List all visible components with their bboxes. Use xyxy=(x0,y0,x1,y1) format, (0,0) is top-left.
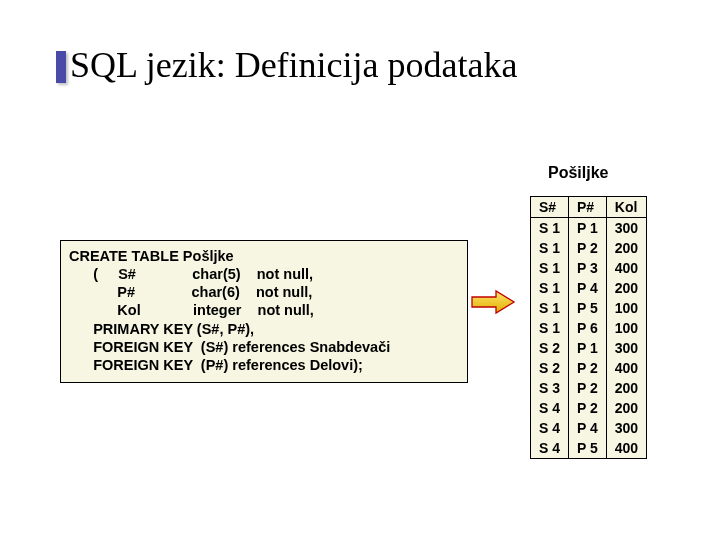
table-cell: S 1 xyxy=(531,218,569,239)
table-cell: 400 xyxy=(606,258,646,278)
slide-title-block: SQL jezik: Definicija podataka xyxy=(70,44,518,86)
table-row: S 4P 5400 xyxy=(531,438,647,459)
sql-code-box: CREATE TABLE Pošljke ( S# char(5) not nu… xyxy=(60,240,468,383)
table-cell: S 4 xyxy=(531,398,569,418)
table-cell: P 4 xyxy=(569,418,607,438)
table-cell: P 1 xyxy=(569,338,607,358)
code-line: FOREIGN KEY (S#) references Snabdevači xyxy=(93,339,390,355)
table-cell: S 1 xyxy=(531,298,569,318)
table-cell: P 3 xyxy=(569,258,607,278)
col-header: S# xyxy=(531,197,569,218)
table-row: S 3P 2200 xyxy=(531,378,647,398)
table-cell: P 2 xyxy=(569,238,607,258)
svg-marker-0 xyxy=(472,291,514,313)
table-cell: 300 xyxy=(606,418,646,438)
table-cell: S 1 xyxy=(531,278,569,298)
col-header: P# xyxy=(569,197,607,218)
table-cell: S 4 xyxy=(531,418,569,438)
table-row: S 1P 5100 xyxy=(531,298,647,318)
arrow-right-icon xyxy=(470,288,516,316)
table-cell: 200 xyxy=(606,238,646,258)
table-row: S 2P 1300 xyxy=(531,338,647,358)
table-cell: 100 xyxy=(606,298,646,318)
table-cell: P 2 xyxy=(569,358,607,378)
table-cell: S 3 xyxy=(531,378,569,398)
table-cell: P 2 xyxy=(569,398,607,418)
code-line: Kol integer not null, xyxy=(117,302,314,318)
table-cell: S 2 xyxy=(531,338,569,358)
table-row: S 4P 4300 xyxy=(531,418,647,438)
table-cell: 200 xyxy=(606,398,646,418)
title-accent-bar xyxy=(56,51,66,83)
table-cell: P 5 xyxy=(569,298,607,318)
table-cell: 200 xyxy=(606,278,646,298)
table-cell: 400 xyxy=(606,438,646,459)
table-cell: 300 xyxy=(606,338,646,358)
code-line: CREATE TABLE Pošljke xyxy=(69,248,234,264)
table-cell: P 4 xyxy=(569,278,607,298)
table-cell: 300 xyxy=(606,218,646,239)
table-cell: 200 xyxy=(606,378,646,398)
table-cell: 100 xyxy=(606,318,646,338)
code-line: ( S# char(5) not null, xyxy=(93,266,313,282)
table-row: S 1P 2200 xyxy=(531,238,647,258)
table-row: S 1P 6100 xyxy=(531,318,647,338)
table-row: S 1P 1300 xyxy=(531,218,647,239)
table-caption: Pošiljke xyxy=(548,164,608,182)
table-cell: P 6 xyxy=(569,318,607,338)
code-line: PRIMARY KEY (S#, P#), xyxy=(93,321,254,337)
table-cell: P 5 xyxy=(569,438,607,459)
table-row: S 4P 2200 xyxy=(531,398,647,418)
table-cell: S 4 xyxy=(531,438,569,459)
table-cell: S 1 xyxy=(531,258,569,278)
table-row: S 1P 4200 xyxy=(531,278,647,298)
table-row: S 1P 3400 xyxy=(531,258,647,278)
posiljke-table: S# P# Kol S 1P 1300S 1P 2200S 1P 3400S 1… xyxy=(530,196,647,459)
table-cell: S 1 xyxy=(531,318,569,338)
table-cell: P 2 xyxy=(569,378,607,398)
table-cell: P 1 xyxy=(569,218,607,239)
slide-title: SQL jezik: Definicija podataka xyxy=(70,44,518,86)
table-row: S 2P 2400 xyxy=(531,358,647,378)
table-cell: 400 xyxy=(606,358,646,378)
code-line: FOREIGN KEY (P#) references Delovi); xyxy=(93,357,363,373)
table-cell: S 1 xyxy=(531,238,569,258)
col-header: Kol xyxy=(606,197,646,218)
table-cell: S 2 xyxy=(531,358,569,378)
code-line: P# char(6) not null, xyxy=(117,284,312,300)
